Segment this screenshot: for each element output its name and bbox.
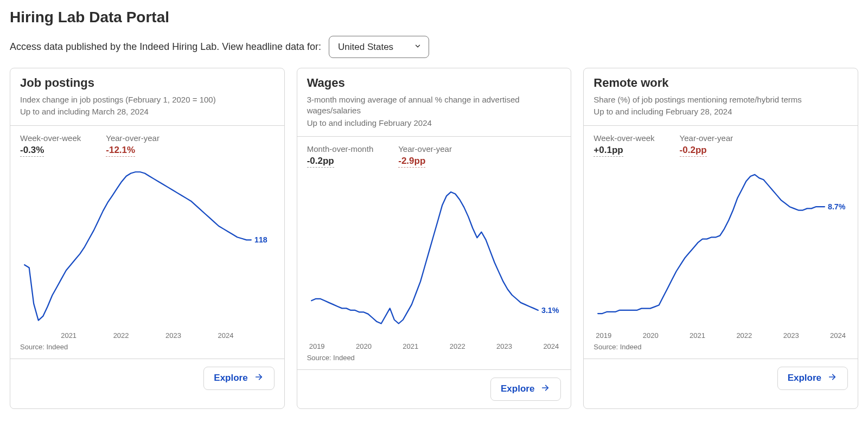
x-ticks: 2019 2020 2021 2022 2023 2024 — [593, 329, 848, 340]
page-title: Hiring Lab Data Portal — [10, 9, 858, 26]
stat-value: -0.2pp — [307, 156, 334, 168]
explore-label: Explore — [788, 373, 821, 383]
country-select[interactable]: United States — [329, 36, 429, 58]
stat: Week-over-week +0.1pp — [593, 133, 654, 157]
chart-line — [24, 172, 251, 321]
card-title: Job postings — [20, 76, 275, 90]
stat: Year-over-year -2.9pp — [398, 144, 452, 168]
x-tick: 2021 — [690, 331, 705, 340]
x-tick: 2024 — [218, 331, 234, 340]
card-sub-line: Share (%) of job postings mentioning rem… — [593, 94, 848, 105]
card-job-postings: Job postings Index change in job posting… — [10, 68, 285, 409]
x-tick: 2022 — [736, 331, 752, 340]
x-tick: 2023 — [165, 331, 181, 340]
stat-label: Week-over-week — [593, 133, 654, 143]
x-tick: 2021 — [61, 331, 76, 340]
chart-end-label: 3.1% — [541, 306, 559, 315]
stats-row: Week-over-week +0.1pp Year-over-year -0.… — [584, 126, 858, 159]
stat-label: Month-over-month — [307, 144, 374, 154]
stat-value: -0.3% — [20, 145, 44, 157]
x-ticks: 2019 2020 2021 2022 2023 2024 — [307, 340, 561, 350]
card-sub-line: Up to and including February 28, 2024 — [593, 106, 848, 117]
x-tick: 2022 — [450, 342, 465, 350]
card-title: Wages — [307, 76, 561, 90]
x-tick: 2023 — [783, 331, 799, 340]
cards-row: Job postings Index change in job posting… — [10, 68, 858, 409]
stats-row: Week-over-week -0.3% Year-over-year -12.… — [10, 126, 284, 159]
arrow-right-icon — [540, 383, 551, 395]
card-foot: Explore — [584, 359, 858, 398]
card-sub-line: 3-month moving average of annual % chang… — [307, 94, 561, 117]
card-sub-line: Up to and including March 28, 2024 — [20, 106, 275, 117]
chart-wages: 3.1% — [307, 172, 561, 340]
x-tick: 2021 — [403, 342, 418, 350]
explore-button[interactable]: Explore — [203, 367, 274, 390]
chart-wrap: 3.1% 2019 2020 2021 2022 2023 2024 — [297, 170, 571, 350]
explore-button[interactable]: Explore — [490, 378, 561, 401]
card-sub-line: Up to and including February 2024 — [307, 118, 561, 129]
chart-job-postings: 118 — [20, 161, 275, 329]
x-tick: 2020 — [643, 331, 659, 340]
card-foot: Explore — [297, 369, 571, 408]
chart-source: Source: Indeed — [10, 340, 284, 359]
chart-line — [598, 174, 825, 313]
card-head: Remote work Share (%) of job postings me… — [584, 68, 858, 126]
card-head: Job postings Index change in job posting… — [10, 68, 284, 126]
stat-label: Year-over-year — [680, 133, 733, 143]
stat: Year-over-year -12.1% — [106, 133, 159, 157]
explore-label: Explore — [214, 373, 247, 383]
stat: Year-over-year -0.2pp — [680, 133, 733, 157]
x-tick: 2019 — [309, 342, 325, 350]
stat-value: -0.2pp — [680, 145, 707, 157]
card-subtitle: Index change in job postings (February 1… — [20, 94, 275, 118]
chart-source: Source: Indeed — [584, 340, 858, 359]
chart-end-label: 8.7% — [828, 202, 846, 211]
x-tick: 2019 — [596, 331, 611, 340]
stat-value: -2.9pp — [398, 156, 425, 168]
chart-wrap: 118 . 2021 2022 2023 2024 . — [10, 159, 284, 340]
explore-label: Explore — [501, 383, 534, 394]
x-ticks: . 2021 2022 2023 2024 . — [20, 329, 275, 340]
card-wages: Wages 3-month moving average of annual %… — [297, 68, 572, 409]
x-tick: 2022 — [113, 331, 129, 340]
country-select-wrap: United States — [329, 36, 429, 58]
chart-line — [311, 192, 538, 324]
stat-value: -12.1% — [106, 145, 135, 157]
card-head: Wages 3-month moving average of annual %… — [297, 68, 571, 137]
stat-label: Week-over-week — [20, 133, 81, 143]
stat: Week-over-week -0.3% — [20, 133, 81, 157]
chart-source: Source: Indeed — [297, 350, 571, 369]
card-remote-work: Remote work Share (%) of job postings me… — [583, 68, 858, 409]
card-foot: Explore — [10, 359, 284, 398]
card-subtitle: Share (%) of job postings mentioning rem… — [593, 94, 848, 118]
chart-end-label: 118 — [254, 235, 267, 244]
intro-text: Access data published by the Indeed Hiri… — [10, 41, 321, 53]
chart-wrap: 8.7% 2019 2020 2021 2022 2023 2024 — [584, 159, 858, 340]
arrow-right-icon — [827, 373, 838, 384]
x-tick: 2024 — [830, 331, 846, 340]
explore-button[interactable]: Explore — [777, 367, 848, 390]
stat-value: +0.1pp — [593, 145, 623, 157]
stat: Month-over-month -0.2pp — [307, 144, 374, 168]
stats-row: Month-over-month -0.2pp Year-over-year -… — [297, 137, 571, 170]
card-subtitle: 3-month moving average of annual % chang… — [307, 94, 561, 129]
card-title: Remote work — [593, 76, 848, 90]
x-tick: 2020 — [356, 342, 372, 350]
stat-label: Year-over-year — [398, 144, 452, 154]
intro-row: Access data published by the Indeed Hiri… — [10, 36, 858, 58]
chart-remote-work: 8.7% — [593, 161, 848, 329]
x-tick: 2024 — [543, 342, 559, 350]
card-sub-line: Index change in job postings (February 1… — [20, 94, 275, 105]
arrow-right-icon — [253, 373, 264, 384]
x-tick: 2023 — [496, 342, 512, 350]
stat-label: Year-over-year — [106, 133, 159, 143]
